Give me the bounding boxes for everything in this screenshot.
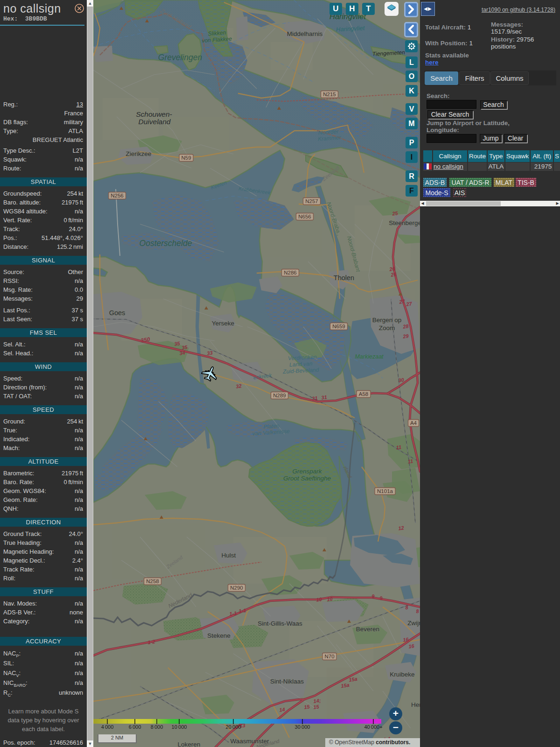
svg-text:Sint-Niklaas: Sint-Niklaas (270, 678, 304, 685)
svg-text:31: 31 (321, 394, 328, 401)
svg-text:11: 11 (407, 458, 413, 464)
svg-text:Beveren: Beveren (356, 626, 379, 633)
svg-text:Grenspark: Grenspark (292, 468, 322, 475)
svg-text:Tholen: Tholen (334, 274, 354, 282)
svg-text:27: 27 (406, 301, 413, 307)
svg-text:14;: 14; (313, 698, 322, 704)
svg-text:12: 12 (398, 525, 405, 531)
svg-text:26: 26 (390, 271, 398, 278)
svg-text:N256: N256 (111, 193, 124, 198)
svg-text:Steenbergen: Steenbergen (389, 219, 420, 226)
svg-text:Zierikzee: Zierikzee (126, 150, 152, 157)
svg-text:Grevelingen: Grevelingen (158, 53, 202, 62)
svg-text:Her: Her (411, 701, 420, 708)
svg-text:Oosterschelde: Oosterschelde (140, 239, 192, 248)
svg-text:N656: N656 (298, 214, 311, 219)
svg-text:A58: A58 (359, 391, 368, 397)
svg-text:N59: N59 (181, 155, 191, 161)
svg-text:15a: 15a (341, 682, 350, 689)
svg-text:Goes: Goes (109, 309, 126, 317)
svg-text:29: 29 (402, 333, 410, 339)
svg-text:350: 350 (140, 336, 151, 344)
svg-text:Stekene: Stekene (207, 632, 231, 639)
svg-text:N101a: N101a (377, 488, 393, 494)
svg-text:33: 33 (207, 350, 213, 356)
svg-text:Markiezaat: Markiezaat (355, 353, 384, 360)
svg-text:32: 32 (236, 383, 242, 389)
svg-text:N286: N286 (284, 270, 297, 275)
svg-text:N215: N215 (323, 92, 336, 97)
svg-text:Zwijndr: Zwijndr (407, 620, 420, 627)
svg-text:15a: 15a (349, 676, 358, 683)
svg-text:Lokeren: Lokeren (178, 741, 201, 747)
svg-text:N290: N290 (230, 585, 243, 591)
svg-text:1-2: 1-2 (147, 639, 155, 645)
svg-text:A4: A4 (410, 420, 417, 426)
svg-text:28: 28 (402, 323, 410, 330)
svg-text:Yerseke: Yerseke (212, 320, 234, 327)
svg-text:N258: N258 (146, 578, 159, 584)
svg-text:Hulst: Hulst (222, 552, 236, 559)
svg-text:Bergen op: Bergen op (372, 317, 401, 324)
svg-text:27: 27 (399, 298, 406, 305)
svg-text:N659: N659 (332, 324, 345, 329)
svg-text:N289: N289 (273, 393, 286, 398)
svg-text:11: 11 (396, 444, 402, 450)
svg-text:1-1: 1-1 (229, 610, 237, 617)
svg-text:25: 25 (392, 210, 399, 217)
svg-text:Middelharnis: Middelharnis (287, 30, 323, 37)
svg-text:Kruibeke: Kruibeke (390, 671, 414, 678)
svg-text:N70: N70 (324, 654, 334, 659)
svg-text:Duiveland: Duiveland (139, 118, 171, 126)
svg-text:Schouwen-: Schouwen- (136, 110, 172, 118)
svg-text:14: 14 (279, 706, 286, 713)
svg-text:1-1: 1-1 (238, 607, 246, 614)
svg-text:Zoom: Zoom (379, 324, 395, 331)
svg-text:Sint-Gillis-Waas: Sint-Gillis-Waas (258, 620, 302, 627)
svg-text:N257: N257 (305, 198, 318, 204)
svg-text:31: 31 (312, 395, 318, 402)
svg-text:34: 34 (179, 350, 186, 356)
svg-text:Groot Saeftinghe: Groot Saeftinghe (283, 475, 331, 482)
